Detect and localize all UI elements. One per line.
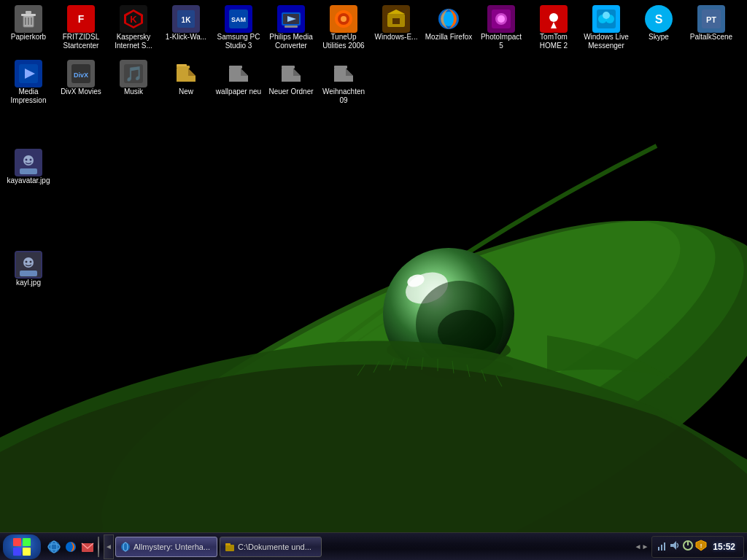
svg-point-51: [498, 15, 505, 23]
desktop-icon-row-1: Papierkorb F FRITZIDSLStartcenter K Kasp…: [2, 2, 738, 53]
svg-marker-74: [241, 69, 248, 76]
svg-rect-107: [664, 542, 665, 551]
volume-tray-icon[interactable]: [669, 540, 681, 553]
start-button[interactable]: [3, 534, 41, 559]
icon-skype[interactable]: S Skype: [632, 2, 685, 53]
svg-point-91: [30, 261, 32, 263]
taskbar-apps: Allmystery: Unterha... C:\Dokumente und.…: [115, 537, 634, 557]
svg-rect-81: [334, 66, 347, 69]
clock: 15:52: [708, 542, 740, 552]
svg-rect-84: [20, 168, 37, 174]
taskbar-app-cdokumente[interactable]: C:\Dokumente und...: [220, 537, 322, 557]
desktop-icon-row-2: MediaImpression DivX DivX Movies 🎵 Musik: [2, 57, 370, 108]
svg-marker-80: [346, 69, 353, 76]
icon-philips[interactable]: Philips MediaConverter: [265, 2, 317, 53]
tray-mail-icon[interactable]: [80, 540, 95, 554]
svg-rect-75: [229, 66, 242, 69]
svg-point-58: [603, 12, 610, 19]
icon-1klick[interactable]: 1K 1-Klick-Wa...: [160, 2, 212, 53]
taskbar-right: ◄►: [634, 536, 744, 558]
svg-rect-106: [661, 545, 662, 551]
icon-tomtom[interactable]: TomTomHOME 2: [527, 2, 580, 53]
icon-mediaimpression[interactable]: MediaImpression: [2, 57, 55, 108]
icon-kayl[interactable]: kayl.jpg: [2, 248, 55, 299]
icon-papierkorb[interactable]: Papierkorb: [2, 2, 55, 53]
svg-point-90: [26, 261, 28, 263]
icon-divxmovies[interactable]: DivX DivX Movies: [55, 57, 107, 108]
icon-weihnachten[interactable]: Weihnachten09: [317, 57, 370, 108]
svg-point-86: [30, 159, 32, 161]
svg-rect-38: [285, 26, 298, 28]
icon-palktalk[interactable]: PT PaltalkScene: [685, 2, 738, 53]
svg-marker-45: [387, 9, 405, 14]
svg-rect-24: [26, 11, 31, 14]
left-side-icons: kayavatar.jpg kayl.jpg: [2, 146, 55, 299]
icon-photoimpact[interactable]: PhotoImpact5: [475, 2, 527, 53]
icon-new[interactable]: New: [160, 57, 212, 108]
icon-wallpaper[interactable]: wallpaper neu: [212, 57, 265, 108]
svg-rect-103: [225, 545, 234, 551]
icon-kayavatar[interactable]: kayavatar.jpg: [2, 146, 55, 197]
svg-rect-104: [225, 543, 231, 545]
tray-firefox-icon[interactable]: [63, 540, 78, 554]
svg-rect-93: [23, 538, 31, 546]
icon-firefox[interactable]: Mozilla Firefox: [422, 2, 475, 53]
svg-text:!: !: [700, 542, 703, 549]
network-tray-icon[interactable]: [656, 540, 667, 553]
svg-point-96: [48, 541, 60, 553]
icon-windowslive[interactable]: Windows LiveMessenger: [580, 2, 632, 53]
svg-rect-46: [392, 18, 400, 24]
svg-text:K: K: [130, 14, 137, 25]
svg-point-101: [121, 542, 130, 551]
icon-fritzidsl[interactable]: F FRITZIDSLStartcenter: [55, 2, 107, 53]
svg-rect-89: [20, 271, 37, 276]
svg-text:S: S: [655, 13, 663, 26]
svg-text:SAM: SAM: [231, 16, 246, 23]
svg-rect-105: [658, 547, 659, 551]
svg-point-85: [26, 159, 28, 161]
svg-text:F: F: [78, 13, 85, 25]
svg-marker-108: [670, 541, 676, 550]
icon-neuerordner[interactable]: Neuer Ordner: [265, 57, 317, 108]
taskbar-scroll-left[interactable]: ◄: [104, 534, 114, 559]
icon-kaspersky[interactable]: K KasperskyInternet S...: [107, 2, 160, 53]
svg-rect-92: [13, 538, 21, 546]
taskbar-separator: [98, 537, 99, 557]
security-tray-icon[interactable]: !: [695, 540, 707, 553]
taskbar-scroll-arrows[interactable]: ◄►: [634, 542, 649, 551]
svg-marker-70: [188, 69, 196, 76]
system-tray: ! 15:52: [651, 536, 744, 558]
tray-ie-icon[interactable]: [47, 540, 61, 554]
svg-text:🎵: 🎵: [125, 65, 143, 82]
svg-marker-77: [293, 69, 301, 76]
icon-musik[interactable]: 🎵 Musik: [107, 57, 160, 108]
svg-rect-94: [13, 548, 21, 556]
svg-point-43: [341, 16, 347, 22]
svg-rect-95: [23, 548, 31, 556]
power-tray-icon[interactable]: [682, 540, 694, 553]
quick-launch: [47, 540, 95, 554]
svg-rect-72: [177, 64, 187, 66]
icon-samsung[interactable]: SAM Samsung PCStudio 3: [212, 2, 265, 53]
svg-text:1K: 1K: [182, 16, 192, 24]
taskbar-app-allmystery[interactable]: Allmystery: Unterha...: [115, 537, 217, 557]
svg-text:PT: PT: [706, 15, 716, 24]
icon-windowse[interactable]: Windows-E...: [370, 2, 422, 53]
icon-tuneup[interactable]: TuneUpUtilities 2006: [317, 2, 370, 53]
svg-point-53: [549, 13, 558, 22]
desktop: Papierkorb F FRITZIDSLStartcenter K Kasp…: [0, 0, 747, 560]
svg-rect-78: [282, 66, 295, 69]
taskbar: ◄ Allmystery: Unterha... C:\Dokumente un…: [0, 532, 747, 560]
svg-text:DivX: DivX: [74, 71, 88, 79]
svg-rect-23: [21, 14, 36, 16]
